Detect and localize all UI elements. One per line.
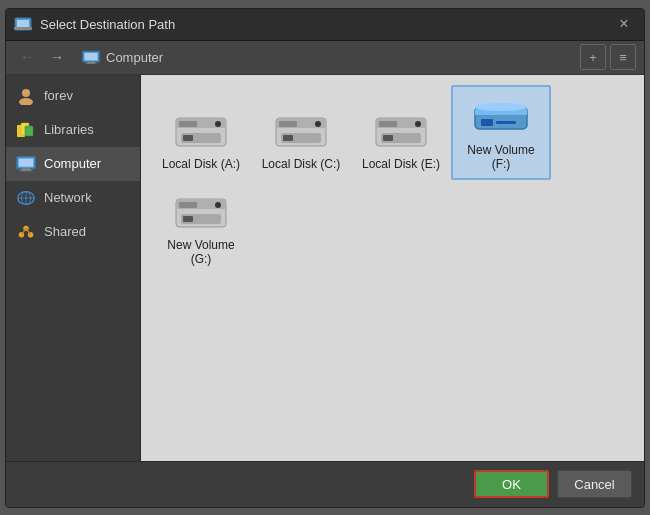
svg-rect-11: [25, 126, 33, 136]
breadcrumb: Computer: [82, 50, 568, 65]
svg-rect-51: [496, 121, 516, 124]
sidebar-label-computer: Computer: [44, 156, 101, 171]
svg-rect-31: [183, 135, 193, 141]
svg-point-29: [215, 121, 221, 127]
dialog-icon: [14, 15, 32, 33]
new-folder-button[interactable]: +: [580, 44, 606, 70]
cancel-button[interactable]: Cancel: [557, 470, 632, 498]
file-item-local-c[interactable]: Local Disk (C:): [251, 85, 351, 180]
file-label-e: Local Disk (E:): [362, 157, 440, 171]
drive-icon-c: [271, 103, 331, 153]
drive-icon-e: [371, 103, 431, 153]
user-icon: [16, 87, 36, 105]
svg-rect-58: [183, 216, 193, 222]
sidebar-label-shared: Shared: [44, 224, 86, 239]
close-button[interactable]: ×: [612, 12, 636, 36]
breadcrumb-text: Computer: [106, 50, 163, 65]
sidebar-item-computer[interactable]: Computer: [6, 147, 140, 181]
svg-point-49: [475, 103, 527, 111]
file-label-a: Local Disk (A:): [162, 157, 240, 171]
drive-icon-g: [171, 184, 231, 234]
svg-point-36: [315, 121, 321, 127]
forward-button[interactable]: →: [44, 44, 70, 70]
file-label-g: New Volume (G:): [157, 238, 245, 267]
file-item-local-a[interactable]: Local Disk (A:): [151, 85, 251, 180]
svg-point-8: [19, 98, 33, 105]
svg-rect-6: [85, 63, 96, 64]
file-item-new-volume-g[interactable]: New Volume (G:): [151, 180, 251, 275]
shared-icon: [16, 223, 36, 241]
sidebar-label-network: Network: [44, 190, 92, 205]
back-button[interactable]: ←: [14, 44, 40, 70]
svg-rect-15: [20, 169, 33, 170]
sidebar: forev Libraries: [6, 75, 141, 461]
file-label-c: Local Disk (C:): [262, 157, 341, 171]
svg-rect-35: [279, 121, 297, 127]
libraries-icon: [16, 121, 36, 139]
svg-rect-38: [283, 135, 293, 141]
dialog-title: Select Destination Path: [40, 17, 612, 32]
svg-rect-28: [179, 121, 197, 127]
ok-button[interactable]: OK: [474, 470, 549, 498]
network-icon: [16, 189, 36, 207]
sidebar-item-forev[interactable]: forev: [6, 79, 140, 113]
sidebar-label-libraries: Libraries: [44, 122, 94, 137]
toolbar: ← → Computer + ≡: [6, 41, 644, 75]
svg-rect-13: [19, 158, 34, 166]
svg-point-7: [22, 89, 30, 97]
sidebar-item-network[interactable]: Network: [6, 181, 140, 215]
svg-rect-2: [14, 27, 32, 30]
main-content: forev Libraries: [6, 75, 644, 461]
file-area: Local Disk (A:) Local Disk (C:): [141, 75, 644, 461]
footer: OK Cancel: [6, 461, 644, 507]
sidebar-label-forev: forev: [44, 88, 73, 103]
title-bar: Select Destination Path ×: [6, 9, 644, 41]
file-label-f: New Volume (F:): [457, 143, 545, 172]
svg-rect-48: [475, 111, 527, 115]
computer-icon: [16, 155, 36, 173]
drive-icon-f: [471, 89, 531, 139]
dialog: Select Destination Path × ← → Computer +…: [5, 8, 645, 508]
svg-rect-42: [379, 121, 397, 127]
file-item-new-volume-f[interactable]: New Volume (F:): [451, 85, 551, 180]
view-toggle-button[interactable]: ≡: [610, 44, 636, 70]
computer-nav-icon: [82, 50, 100, 64]
drive-icon-a: [171, 103, 231, 153]
svg-rect-55: [179, 202, 197, 208]
sidebar-item-shared[interactable]: Shared: [6, 215, 140, 249]
svg-rect-4: [84, 53, 97, 60]
file-item-local-e[interactable]: Local Disk (E:): [351, 85, 451, 180]
svg-rect-50: [481, 119, 493, 126]
svg-point-56: [215, 202, 221, 208]
svg-rect-1: [17, 20, 29, 28]
toolbar-actions: + ≡: [580, 44, 636, 70]
svg-rect-45: [383, 135, 393, 141]
sidebar-item-libraries[interactable]: Libraries: [6, 113, 140, 147]
svg-point-43: [415, 121, 421, 127]
